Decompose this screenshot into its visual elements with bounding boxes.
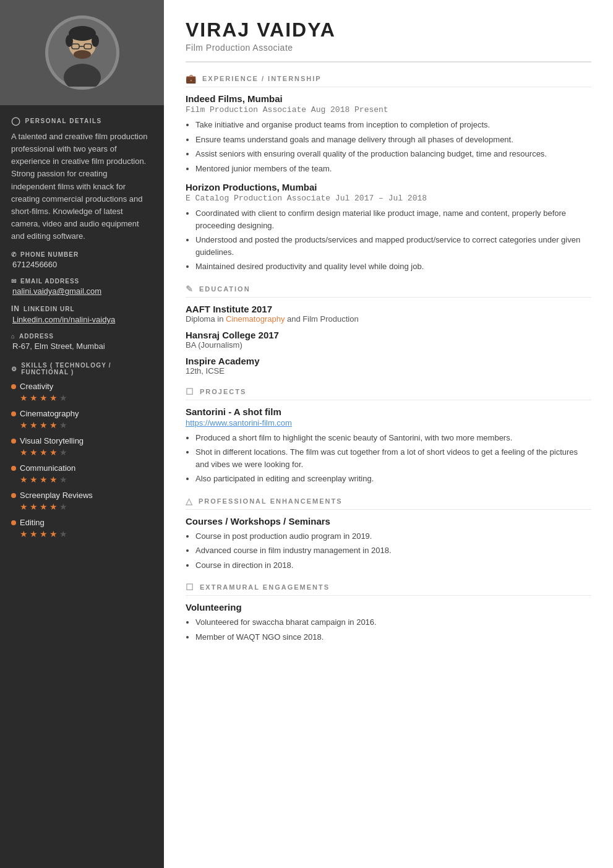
edu-name: Hansraj College 2017: [186, 330, 591, 340]
list-item: Shot in different locations. The film wa…: [195, 446, 591, 470]
jobs-list: Indeed Films, MumbaiFilm Production Asso…: [186, 93, 591, 273]
avatar-image: [48, 19, 116, 87]
education-section-title: ✎ EDUCATION: [186, 284, 591, 298]
experience-icon: 💼: [186, 74, 197, 84]
linkedin-label: in Linkedin URL: [11, 304, 153, 313]
skill-dot: [11, 466, 16, 471]
svg-point-9: [74, 50, 91, 59]
list-item: Produced a short film to highlight the s…: [195, 432, 591, 444]
skill-stars: ★★★★★: [20, 420, 153, 430]
star-icon: ★: [30, 420, 38, 430]
person-icon: ◯: [11, 116, 22, 126]
skill-item: Cinematography★★★★★: [11, 409, 153, 430]
job-role: Film Production Associate Aug 2018 Prese…: [186, 105, 591, 114]
skill-item: Visual Storytelling★★★★★: [11, 436, 153, 457]
star-icon: ★: [49, 529, 58, 539]
skill-stars: ★★★★★: [20, 529, 153, 539]
star-icon: ★: [20, 420, 28, 430]
star-icon: ★: [40, 393, 48, 403]
star-icon: ★: [30, 447, 38, 457]
star-icon: ★: [59, 475, 67, 484]
star-icon: ★: [20, 529, 28, 539]
enhancements-subtitle: Courses / Workshops / Seminars: [186, 516, 591, 526]
skill-stars: ★★★★★: [20, 502, 153, 512]
candidate-name: VIRAJ VAIDYA: [186, 19, 591, 41]
linkedin-value: Linkedin.com/in/nalini-vaidya: [12, 315, 153, 324]
star-icon: ★: [49, 393, 58, 403]
enhancements-section: △ PROFESSIONAL ENHANCEMENTS Courses / Wo…: [186, 496, 591, 572]
skills-list: Creativity★★★★★Cinematography★★★★★Visual…: [11, 382, 153, 539]
education-list: AAFT Institute 2017Diploma in Cinematogr…: [186, 304, 591, 376]
linkedin-link[interactable]: Linkedin.com/in/nalini-vaidya: [12, 315, 115, 324]
candidate-title: Film Production Associate: [186, 43, 591, 53]
star-icon: ★: [59, 502, 67, 512]
phone-label: ✆ Phone Number: [11, 251, 153, 258]
list-item: Coordinated with client to confirm desig…: [195, 207, 591, 231]
skill-dot: [11, 384, 16, 389]
avatar: [45, 15, 119, 90]
job-bullets: Take initiative and organise product tea…: [195, 119, 591, 174]
home-icon: ⌂: [11, 333, 15, 340]
skill-dot: [11, 411, 16, 416]
extramural-icon: ☐: [186, 582, 195, 592]
sidebar: ◯ PERSONAL DETAILS A talented and creati…: [0, 0, 164, 868]
skill-name-row: Screenplay Reviews: [11, 491, 153, 500]
skill-dot: [11, 520, 16, 525]
project-bullets: Produced a short film to highlight the s…: [195, 432, 591, 485]
skill-name: Cinematography: [20, 409, 79, 418]
education-entry: Hansraj College 2017BA (Journalism): [186, 330, 591, 350]
email-label: ✉ Email Address: [11, 278, 153, 285]
resume-container: ◯ PERSONAL DETAILS A talented and creati…: [0, 0, 613, 868]
edu-name: Inspire Academy: [186, 356, 591, 366]
edu-detail: 12th, ICSE: [186, 366, 591, 376]
email-link[interactable]: nalini.vaidya@gmail.com: [12, 286, 101, 296]
main-content: VIRAJ VAIDYA Film Production Associate 💼…: [164, 0, 613, 868]
projects-icon: ☐: [186, 387, 195, 397]
star-icon: ★: [40, 502, 48, 512]
projects-section-title: ☐ PROJECTS: [186, 387, 591, 400]
list-item: Also participated in editing and screenp…: [195, 473, 591, 485]
skill-name-row: Cinematography: [11, 409, 153, 418]
skill-name-row: Visual Storytelling: [11, 436, 153, 445]
skill-name-row: Communication: [11, 463, 153, 473]
star-icon: ★: [30, 475, 38, 484]
skill-name: Screenplay Reviews: [20, 491, 93, 500]
enhancements-section-title: △ PROFESSIONAL ENHANCEMENTS: [186, 496, 591, 510]
photo-area: [0, 0, 164, 105]
enhancements-icon: △: [186, 496, 194, 506]
experience-section-title: 💼 EXPERIENCE / INTERNSHIP: [186, 74, 591, 87]
star-icon: ★: [20, 475, 28, 484]
star-icon: ★: [59, 393, 67, 403]
job-bullets: Coordinated with client to confirm desig…: [195, 207, 591, 273]
star-icon: ★: [59, 529, 67, 539]
list-item: Assist seniors with ensuring overall qua…: [195, 148, 591, 160]
star-icon: ★: [59, 447, 67, 457]
star-icon: ★: [40, 529, 48, 539]
star-icon: ★: [40, 420, 48, 430]
volunteering-bullets: Volunteered for swaccha bharat campaign …: [195, 616, 591, 643]
skill-name: Creativity: [20, 382, 53, 391]
svg-point-5: [92, 35, 99, 47]
star-icon: ★: [49, 420, 58, 430]
personal-details-title: ◯ PERSONAL DETAILS: [11, 116, 153, 126]
star-icon: ★: [59, 420, 67, 430]
skill-dot: [11, 439, 16, 444]
email-icon: ✉: [11, 278, 17, 285]
skill-item: Creativity★★★★★: [11, 382, 153, 403]
header: VIRAJ VAIDYA Film Production Associate: [186, 19, 591, 62]
list-item: Advanced course in film industry managem…: [195, 544, 591, 557]
skill-name-row: Creativity: [11, 382, 153, 391]
address-value: R-67, Elm Street, Mumbai: [12, 342, 153, 351]
edu-name: AAFT Institute 2017: [186, 304, 591, 314]
star-icon: ★: [40, 447, 48, 457]
project-link[interactable]: https://www.santorini-film.com: [186, 418, 591, 428]
sidebar-content: ◯ PERSONAL DETAILS A talented and creati…: [0, 105, 164, 556]
skill-item: Communication★★★★★: [11, 463, 153, 484]
star-icon: ★: [30, 529, 38, 539]
volunteering-title: Volunteering: [186, 602, 591, 612]
experience-section: 💼 EXPERIENCE / INTERNSHIP Indeed Films, …: [186, 74, 591, 273]
list-item: Understood and posted the products/servi…: [195, 234, 591, 258]
skill-dot: [11, 493, 16, 498]
job-company: Indeed Films, Mumbai: [186, 93, 591, 104]
svg-point-3: [69, 26, 96, 41]
